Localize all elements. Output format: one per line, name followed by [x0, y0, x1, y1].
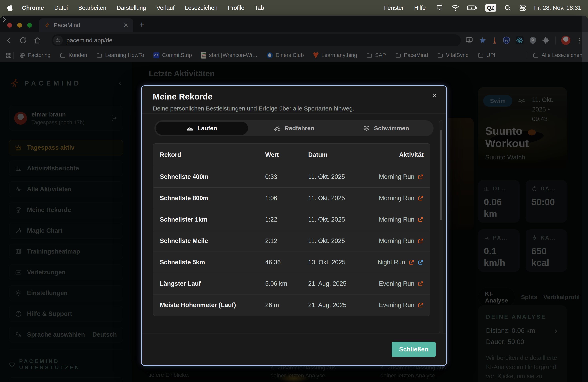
tab-label: Radfahren	[285, 125, 314, 132]
wifi-icon[interactable]	[451, 4, 459, 11]
table-header-row: Rekord Wert Datum Aktivität	[153, 144, 430, 166]
external-link-icon[interactable]	[418, 238, 424, 244]
activity-link[interactable]: Night Run	[378, 259, 405, 266]
menu-hilfe[interactable]: Hilfe	[414, 5, 426, 11]
qz-menu-app[interactable]: QZ	[485, 4, 497, 12]
apple-icon[interactable]	[7, 4, 13, 12]
tab-label: Laufen	[197, 125, 217, 132]
col-wert: Wert	[265, 151, 308, 158]
spotlight-search-icon[interactable]	[504, 4, 511, 11]
tab-schwimmen[interactable]: Schwimmen	[340, 122, 432, 135]
external-link-icon[interactable]	[418, 281, 424, 287]
table-row: Schnellste 800m 1:06 11. Okt. 2025 Morni…	[153, 187, 430, 209]
table-row: Meiste Höhenmeter (Lauf) 26 m 21. Aug. 2…	[153, 294, 430, 316]
external-link-icon[interactable]	[408, 259, 414, 265]
activity-link[interactable]: Morning Run	[379, 237, 414, 245]
modal-footer: Schließen	[142, 333, 446, 365]
external-link-icon-blue[interactable]	[418, 259, 424, 265]
external-link-icon[interactable]	[418, 217, 424, 223]
col-datum: Datum	[308, 151, 374, 158]
menu-darstellung[interactable]: Darstellung	[117, 5, 146, 11]
macos-menu-bar: Chrome Datei Bearbeiten Darstellung Verl…	[0, 0, 588, 16]
menu-bearbeiten[interactable]: Bearbeiten	[78, 5, 106, 11]
close-icon[interactable]	[431, 92, 438, 99]
bicycle-icon	[274, 125, 281, 132]
browser-window: PaceMind ✕ + pacemind.app/de % ⋮ Fac	[0, 16, 588, 382]
table-row: Schnellste 400m 0:33 11. Okt. 2025 Morni…	[153, 166, 430, 187]
menu-lesezeichen[interactable]: Lesezeichen	[185, 5, 218, 11]
table-row: Schnellster 1km 1:22 11. Okt. 2025 Morni…	[153, 209, 430, 230]
col-rekord: Rekord	[160, 151, 265, 158]
table-row: Schnellste 5km 46:36 13. Okt. 2025 Night…	[153, 251, 430, 273]
battery-icon[interactable]	[467, 4, 477, 11]
modal-scrollbar[interactable]	[439, 120, 443, 334]
activity-link[interactable]: Morning Run	[379, 216, 414, 223]
records-modal: Meine Rekorde Deine persönlichen Bestlei…	[141, 85, 447, 366]
menu-tab[interactable]: Tab	[255, 5, 264, 11]
menu-fenster[interactable]: Fenster	[384, 5, 404, 11]
control-center-icon[interactable]	[519, 4, 526, 11]
external-link-icon[interactable]	[418, 174, 424, 180]
screen-mirroring-icon[interactable]	[436, 4, 444, 12]
modal-title: Meine Rekorde	[153, 92, 435, 101]
table-row: Längster Lauf 5.06 km 21. Aug. 2025 Even…	[153, 273, 430, 294]
external-link-icon[interactable]	[418, 195, 424, 201]
menu-chrome[interactable]: Chrome	[22, 5, 44, 11]
running-shoe-icon	[187, 125, 193, 132]
records-table: Rekord Wert Datum Aktivität Schnellste 4…	[153, 143, 430, 316]
table-row: Schnellste Meile 2:12 11. Okt. 2025 Morn…	[153, 230, 430, 251]
menu-datei[interactable]: Datei	[54, 5, 68, 11]
menu-profile[interactable]: Profile	[228, 5, 244, 11]
activity-link[interactable]: Morning Run	[379, 173, 414, 180]
col-aktivitaet: Aktivität	[374, 151, 424, 158]
external-link-icon[interactable]	[418, 302, 424, 308]
menu-clock[interactable]: Fr. 28. Nov. 18:31	[534, 4, 581, 11]
activity-link[interactable]: Morning Run	[379, 195, 414, 202]
waves-icon	[363, 125, 370, 132]
browser-toolbar: pacemind.app/de % ⋮	[0, 32, 588, 49]
page-viewport: PACEMIND elmar braun Tagespass (noch 17h…	[0, 62, 588, 382]
activity-link[interactable]: Evening Run	[379, 280, 414, 287]
sport-tabs: Laufen Radfahren Schwimmen	[154, 120, 434, 136]
modal-subtitle: Deine persönlichen Bestleistungen und Er…	[153, 105, 435, 112]
tab-label: Schwimmen	[374, 125, 409, 132]
modal-header-divider	[142, 113, 446, 114]
scrollbar-thumb[interactable]	[440, 130, 442, 220]
close-button[interactable]: Schließen	[392, 342, 436, 357]
menu-verlauf[interactable]: Verlauf	[156, 5, 174, 11]
tab-radfahren[interactable]: Radfahren	[248, 122, 340, 135]
activity-link[interactable]: Evening Run	[379, 302, 414, 309]
tab-laufen[interactable]: Laufen	[156, 122, 248, 135]
